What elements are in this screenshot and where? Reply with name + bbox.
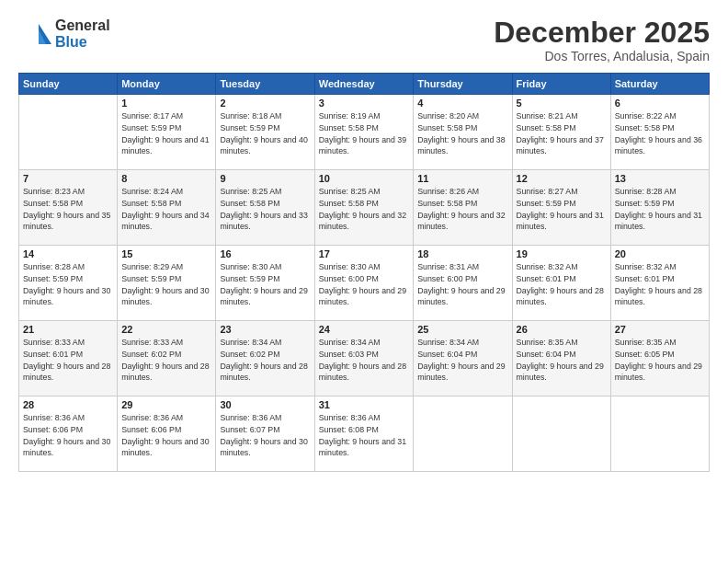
sunset-text: Sunset: 6:01 PM	[517, 274, 576, 283]
day-detail: Sunrise: 8:30 AM Sunset: 5:59 PM Dayligh…	[220, 261, 310, 308]
day-number: 10	[319, 173, 409, 184]
day-number: 19	[517, 248, 607, 259]
daylight-text: Daylight: 9 hours and 28 minutes.	[319, 362, 406, 383]
sunrise-text: Sunrise: 8:35 AM	[517, 338, 578, 347]
sunrise-text: Sunrise: 8:34 AM	[220, 338, 281, 347]
daylight-text: Daylight: 9 hours and 31 minutes.	[319, 437, 406, 458]
day-number: 25	[417, 324, 507, 335]
sunrise-text: Sunrise: 8:29 AM	[121, 262, 183, 271]
table-row: 30 Sunrise: 8:36 AM Sunset: 6:07 PM Dayl…	[216, 396, 314, 472]
day-detail: Sunrise: 8:21 AM Sunset: 5:58 PM Dayligh…	[517, 110, 607, 157]
sunset-text: Sunset: 6:02 PM	[121, 350, 181, 359]
sunrise-text: Sunrise: 8:20 AM	[417, 111, 479, 121]
sunrise-text: Sunrise: 8:26 AM	[417, 187, 479, 196]
table-row: 9 Sunrise: 8:25 AM Sunset: 5:58 PM Dayli…	[216, 170, 314, 246]
table-row: 21 Sunrise: 8:33 AM Sunset: 6:01 PM Dayl…	[19, 321, 118, 396]
sunrise-text: Sunrise: 8:31 AM	[417, 262, 479, 271]
day-detail: Sunrise: 8:31 AM Sunset: 6:00 PM Dayligh…	[417, 261, 507, 308]
table-row: 5 Sunrise: 8:21 AM Sunset: 5:58 PM Dayli…	[512, 95, 610, 170]
table-row: 6 Sunrise: 8:22 AM Sunset: 5:58 PM Dayli…	[610, 95, 709, 170]
daylight-text: Daylight: 9 hours and 35 minutes.	[23, 211, 110, 232]
table-row	[414, 396, 512, 472]
day-detail: Sunrise: 8:28 AM Sunset: 5:59 PM Dayligh…	[615, 186, 705, 233]
sunrise-text: Sunrise: 8:36 AM	[319, 413, 381, 422]
title-block: December 2025 Dos Torres, Andalusia, Spa…	[494, 17, 710, 63]
day-number: 4	[417, 98, 507, 109]
day-number: 15	[121, 248, 211, 259]
day-number: 1	[121, 98, 211, 109]
day-number: 21	[23, 324, 113, 335]
table-row: 28 Sunrise: 8:36 AM Sunset: 6:06 PM Dayl…	[19, 396, 118, 472]
sunrise-text: Sunrise: 8:33 AM	[121, 338, 183, 347]
sunrise-text: Sunrise: 8:30 AM	[319, 262, 381, 271]
daylight-text: Daylight: 9 hours and 30 minutes.	[220, 437, 307, 458]
sunset-text: Sunset: 6:00 PM	[319, 274, 379, 283]
table-row: 1 Sunrise: 8:17 AM Sunset: 5:59 PM Dayli…	[118, 95, 216, 170]
table-row: 29 Sunrise: 8:36 AM Sunset: 6:06 PM Dayl…	[118, 396, 216, 472]
table-row: 3 Sunrise: 8:19 AM Sunset: 5:58 PM Dayli…	[314, 95, 413, 170]
day-detail: Sunrise: 8:26 AM Sunset: 5:58 PM Dayligh…	[417, 186, 507, 233]
sunrise-text: Sunrise: 8:27 AM	[517, 187, 578, 196]
sunset-text: Sunset: 5:58 PM	[23, 199, 83, 208]
day-number: 6	[615, 98, 705, 109]
day-detail: Sunrise: 8:34 AM Sunset: 6:03 PM Dayligh…	[319, 337, 409, 384]
sunset-text: Sunset: 5:59 PM	[517, 199, 576, 208]
table-row: 24 Sunrise: 8:34 AM Sunset: 6:03 PM Dayl…	[314, 321, 413, 396]
sunset-text: Sunset: 6:08 PM	[319, 425, 379, 434]
day-detail: Sunrise: 8:34 AM Sunset: 6:04 PM Dayligh…	[417, 337, 507, 384]
sunrise-text: Sunrise: 8:32 AM	[615, 262, 677, 271]
day-detail: Sunrise: 8:32 AM Sunset: 6:01 PM Dayligh…	[517, 261, 607, 308]
sunrise-text: Sunrise: 8:17 AM	[121, 111, 183, 121]
day-detail: Sunrise: 8:27 AM Sunset: 5:59 PM Dayligh…	[517, 186, 607, 233]
day-number: 22	[121, 324, 211, 335]
day-number: 11	[417, 173, 507, 184]
calendar-week-row: 14 Sunrise: 8:28 AM Sunset: 5:59 PM Dayl…	[19, 246, 710, 321]
day-number: 29	[121, 399, 211, 410]
sunrise-text: Sunrise: 8:33 AM	[23, 338, 85, 347]
col-wednesday: Wednesday	[314, 74, 413, 95]
location: Dos Torres, Andalusia, Spain	[494, 49, 710, 63]
sunset-text: Sunset: 5:59 PM	[121, 123, 181, 132]
day-detail: Sunrise: 8:23 AM Sunset: 5:58 PM Dayligh…	[23, 186, 113, 233]
sunrise-text: Sunrise: 8:28 AM	[23, 262, 85, 271]
daylight-text: Daylight: 9 hours and 30 minutes.	[23, 437, 110, 458]
sunset-text: Sunset: 5:59 PM	[220, 274, 279, 283]
day-detail: Sunrise: 8:36 AM Sunset: 6:08 PM Dayligh…	[319, 412, 409, 459]
daylight-text: Daylight: 9 hours and 30 minutes.	[23, 286, 110, 307]
day-detail: Sunrise: 8:25 AM Sunset: 5:58 PM Dayligh…	[319, 186, 409, 233]
day-number: 12	[517, 173, 607, 184]
sunset-text: Sunset: 6:07 PM	[220, 425, 279, 434]
table-row: 17 Sunrise: 8:30 AM Sunset: 6:00 PM Dayl…	[314, 246, 413, 321]
day-number: 20	[615, 248, 705, 259]
sunset-text: Sunset: 5:58 PM	[417, 199, 477, 208]
page: General Blue December 2025 Dos Torres, A…	[0, 0, 728, 563]
day-number: 3	[319, 98, 409, 109]
day-number: 27	[615, 324, 705, 335]
daylight-text: Daylight: 9 hours and 41 minutes.	[121, 135, 209, 156]
table-row: 15 Sunrise: 8:29 AM Sunset: 5:59 PM Dayl…	[118, 246, 216, 321]
day-detail: Sunrise: 8:35 AM Sunset: 6:04 PM Dayligh…	[517, 337, 607, 384]
logo-icon	[18, 17, 53, 52]
sunrise-text: Sunrise: 8:23 AM	[23, 187, 85, 196]
table-row: 25 Sunrise: 8:34 AM Sunset: 6:04 PM Dayl…	[414, 321, 512, 396]
daylight-text: Daylight: 9 hours and 30 minutes.	[121, 286, 209, 307]
table-row: 2 Sunrise: 8:18 AM Sunset: 5:59 PM Dayli…	[216, 95, 314, 170]
day-detail: Sunrise: 8:18 AM Sunset: 5:59 PM Dayligh…	[220, 110, 310, 157]
table-row: 8 Sunrise: 8:24 AM Sunset: 5:58 PM Dayli…	[118, 170, 216, 246]
sunrise-text: Sunrise: 8:18 AM	[220, 111, 281, 121]
day-detail: Sunrise: 8:28 AM Sunset: 5:59 PM Dayligh…	[23, 261, 113, 308]
day-detail: Sunrise: 8:34 AM Sunset: 6:02 PM Dayligh…	[220, 337, 310, 384]
calendar: Sunday Monday Tuesday Wednesday Thursday…	[18, 73, 710, 472]
daylight-text: Daylight: 9 hours and 32 minutes.	[319, 211, 406, 232]
sunrise-text: Sunrise: 8:35 AM	[615, 338, 677, 347]
sunrise-text: Sunrise: 8:22 AM	[615, 111, 677, 121]
daylight-text: Daylight: 9 hours and 28 minutes.	[517, 286, 604, 307]
sunset-text: Sunset: 6:04 PM	[517, 350, 576, 359]
sunset-text: Sunset: 5:59 PM	[615, 199, 675, 208]
table-row: 26 Sunrise: 8:35 AM Sunset: 6:04 PM Dayl…	[512, 321, 610, 396]
sunset-text: Sunset: 5:59 PM	[23, 274, 83, 283]
day-number: 26	[517, 324, 607, 335]
sunrise-text: Sunrise: 8:25 AM	[220, 187, 281, 196]
col-tuesday: Tuesday	[216, 74, 314, 95]
table-row: 7 Sunrise: 8:23 AM Sunset: 5:58 PM Dayli…	[19, 170, 118, 246]
